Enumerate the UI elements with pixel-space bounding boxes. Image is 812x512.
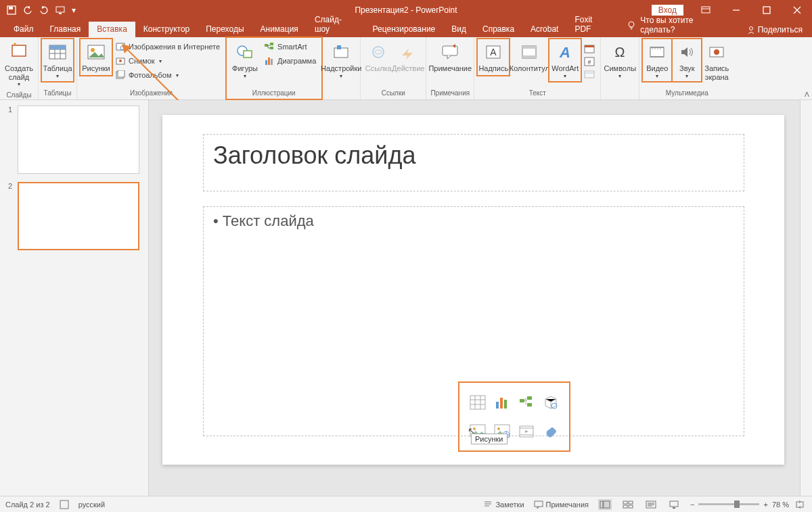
share-button[interactable]: Поделиться	[738, 22, 812, 37]
symbols-button[interactable]: Ω Символы ▾	[604, 39, 636, 82]
insert-table-icon[interactable]	[468, 390, 488, 415]
tab-home[interactable]: Главная	[42, 22, 89, 37]
slide-canvas[interactable]: Заголовок слайда Текст слайда ↖ Рисунки	[162, 115, 784, 465]
group-media-label: Мультимедиа	[642, 88, 731, 99]
tab-acrobat[interactable]: Acrobat	[522, 22, 566, 37]
svg-rect-70	[629, 501, 633, 504]
fit-to-window-icon[interactable]	[793, 499, 807, 510]
svg-rect-55	[527, 396, 532, 400]
notes-button[interactable]: Заметки	[483, 501, 524, 509]
wordart-button[interactable]: A WordArt ▾	[549, 39, 581, 82]
insert-smartart-icon[interactable]	[516, 390, 537, 415]
shapes-button[interactable]: Фигуры ▾	[229, 39, 261, 82]
vertical-scrollbar[interactable]	[800, 100, 812, 496]
zoom-out-icon[interactable]: −	[690, 501, 694, 509]
table-button[interactable]: Таблица ▾	[41, 39, 74, 82]
group-symbols-label	[604, 88, 636, 99]
thumbnail-2[interactable]	[18, 182, 139, 250]
reading-view-icon[interactable]	[644, 499, 658, 510]
textbox-button[interactable]: A Надпись	[477, 39, 510, 76]
action-icon	[397, 41, 419, 63]
zoom-level[interactable]: 78 %	[772, 501, 789, 509]
insert-3d-icon[interactable]	[541, 390, 561, 415]
title-placeholder[interactable]: Заголовок слайда	[203, 134, 744, 191]
tab-review[interactable]: Рецензирование	[365, 22, 444, 37]
album-icon	[115, 70, 126, 80]
zoom-in-icon[interactable]: +	[763, 501, 767, 509]
svg-point-47	[660, 48, 661, 49]
tab-design[interactable]: Конструктор	[135, 22, 198, 37]
svg-rect-34	[522, 46, 536, 49]
audio-button[interactable]: Звук ▾	[672, 39, 702, 82]
headerfooter-icon	[518, 41, 540, 63]
comments-button[interactable]: Примечания	[534, 501, 589, 509]
maximize-icon[interactable]	[751, 0, 782, 20]
zoom-slider[interactable]	[698, 503, 759, 505]
chart-button[interactable]: Диаграмма	[263, 54, 317, 68]
window-title: Презентация2 - PowerPoint	[355, 5, 457, 15]
screenshot-button[interactable]: Снимок▾	[114, 54, 221, 68]
undo-icon[interactable]	[20, 3, 35, 18]
insert-video-icon[interactable]	[516, 419, 537, 444]
svg-point-49	[714, 49, 719, 55]
start-from-beginning-icon[interactable]	[53, 3, 68, 18]
new-slide-button[interactable]: Создать слайд ▾	[3, 39, 35, 90]
svg-rect-56	[527, 403, 532, 406]
slideshow-view-icon[interactable]	[667, 499, 681, 510]
normal-view-icon[interactable]	[598, 499, 612, 510]
group-images-label: Изображения	[80, 88, 223, 99]
accessibility-icon[interactable]	[60, 500, 69, 509]
group-comments-label: Примечания	[429, 88, 471, 99]
video-icon	[646, 41, 668, 63]
tab-help[interactable]: Справка	[474, 22, 522, 37]
tab-transitions[interactable]: Переходы	[198, 22, 252, 37]
tab-view[interactable]: Вид	[443, 22, 474, 37]
language-label[interactable]: русский	[78, 501, 105, 509]
insert-icon-icon[interactable]	[541, 419, 561, 444]
smartart-button[interactable]: SmartArt	[263, 40, 317, 53]
svg-rect-20	[244, 51, 252, 57]
svg-point-62	[497, 427, 500, 430]
content-placeholder[interactable]: Текст слайда ↖ Рисунки	[203, 206, 744, 436]
date-icon[interactable]	[584, 44, 595, 53]
online-pictures-button[interactable]: Изображения в Интернете	[114, 40, 221, 53]
svg-rect-66	[535, 501, 543, 507]
svg-text:#: #	[588, 59, 591, 66]
tab-insert[interactable]: Вставка	[89, 22, 135, 37]
screen-recording-button[interactable]: Запись экрана	[702, 39, 731, 84]
comment-button[interactable]: Примечание	[429, 39, 471, 76]
collapse-ribbon-icon[interactable]: ᐱ	[805, 91, 809, 98]
tab-foxit[interactable]: Foxit PDF	[566, 12, 618, 37]
tell-me[interactable]: Что вы хотите сделать?	[618, 13, 737, 37]
thumbnail-1[interactable]	[18, 106, 139, 174]
headerfooter-button[interactable]: Колонтитул	[510, 39, 549, 76]
svg-rect-28	[337, 45, 341, 49]
textbox-icon: A	[482, 41, 504, 63]
sorter-view-icon[interactable]	[621, 499, 635, 510]
tab-slideshow[interactable]: Слайд-шоу	[307, 12, 365, 37]
recording-icon	[706, 41, 727, 63]
save-icon[interactable]	[4, 3, 19, 18]
svg-text:A: A	[559, 44, 570, 60]
svg-rect-71	[623, 505, 627, 508]
redo-icon[interactable]	[37, 3, 51, 18]
photo-album-button[interactable]: Фотоальбом▾	[114, 68, 221, 82]
thumb-number: 1	[4, 106, 12, 174]
pictures-button[interactable]: Рисунки	[80, 39, 112, 76]
globe-icon	[115, 41, 126, 52]
qat-customize-icon[interactable]: ▾	[69, 3, 78, 18]
svg-point-7	[749, 27, 752, 30]
slide-number-icon[interactable]: #	[584, 57, 595, 66]
video-button[interactable]: Видео ▾	[642, 39, 672, 82]
addins-button[interactable]: Надстройки ▾	[325, 39, 357, 82]
tab-animations[interactable]: Анимация	[252, 22, 307, 37]
close-icon[interactable]	[782, 0, 812, 20]
svg-rect-41	[585, 71, 594, 78]
tab-file[interactable]: Файл	[5, 22, 42, 37]
group-illustrations-label: Иллюстрации	[229, 88, 319, 99]
group-text-label: Текст	[477, 88, 597, 99]
insert-chart-icon[interactable]	[492, 390, 512, 415]
group-slides-label: Слайды	[3, 90, 35, 101]
svg-rect-25	[268, 57, 270, 65]
svg-rect-69	[623, 501, 627, 504]
